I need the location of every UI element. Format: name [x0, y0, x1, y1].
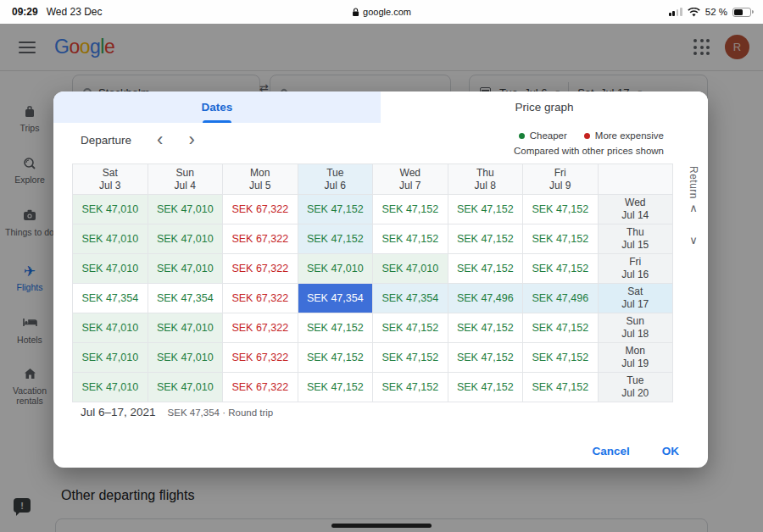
dialog-tabs: Dates Price graph [53, 91, 708, 123]
price-cell[interactable]: SEK 47,152 [298, 373, 374, 402]
column-header-thu: ThuJul 8 [448, 164, 524, 195]
status-date: Wed 23 Dec [47, 6, 103, 18]
price-cell[interactable]: SEK 47,152 [448, 254, 524, 284]
departure-prev-icon[interactable]: ‹ [153, 132, 166, 147]
price-cell[interactable]: SEK 47,496 [448, 284, 524, 313]
cheaper-dot-icon [519, 133, 525, 139]
cellular-icon [669, 8, 682, 16]
price-cell[interactable]: SEK 47,152 [448, 343, 524, 373]
price-cell[interactable]: SEK 47,152 [373, 313, 448, 343]
price-cell[interactable]: SEK 47,354 [373, 284, 448, 313]
price-cell[interactable]: SEK 67,322 [223, 373, 298, 402]
expensive-dot-icon [584, 133, 590, 139]
price-cell[interactable]: SEK 47,010 [73, 254, 148, 284]
price-cell[interactable]: SEK 47,152 [523, 343, 599, 373]
url-text: google.com [363, 7, 411, 17]
price-cell[interactable]: SEK 47,010 [73, 224, 148, 254]
price-cell[interactable]: SEK 47,010 [298, 254, 374, 284]
price-cell[interactable]: SEK 47,010 [73, 313, 148, 343]
price-cell[interactable]: SEK 47,496 [523, 284, 599, 313]
departure-next-icon[interactable]: › [185, 132, 198, 147]
price-cell[interactable]: SEK 67,322 [223, 224, 298, 254]
price-cell[interactable]: SEK 47,010 [373, 254, 448, 284]
price-cell[interactable]: SEK 47,152 [373, 195, 448, 224]
url-bar[interactable]: google.com [352, 7, 411, 17]
price-cell[interactable]: SEK 47,152 [298, 224, 374, 254]
price-cell[interactable]: SEK 47,010 [73, 373, 148, 402]
row-header-wed: WedJul 14 [599, 195, 674, 224]
price-cell[interactable]: SEK 47,152 [448, 313, 524, 343]
price-cell[interactable]: SEK 47,152 [448, 224, 524, 254]
price-cell[interactable]: SEK 47,010 [73, 195, 148, 224]
price-cell[interactable]: SEK 67,322 [223, 343, 298, 373]
cheaper-label: Cheaper [530, 130, 567, 141]
price-cell[interactable]: SEK 47,152 [448, 195, 524, 224]
price-cell[interactable]: SEK 47,152 [373, 224, 448, 254]
column-header-mon: MonJul 5 [223, 164, 298, 195]
price-cell[interactable]: SEK 47,152 [298, 313, 374, 343]
selected-dates: Jul 6–17, 2021 [81, 406, 156, 418]
legend-note: Compared with other prices shown [514, 146, 664, 156]
cancel-button[interactable]: Cancel [580, 437, 641, 465]
lock-icon [352, 8, 359, 17]
battery-percent: 52 % [705, 7, 727, 17]
price-cell[interactable]: SEK 47,010 [148, 313, 224, 343]
price-cell[interactable]: SEK 47,152 [373, 343, 448, 373]
price-cell[interactable]: SEK 47,152 [523, 373, 599, 402]
more-expensive-label: More expensive [595, 130, 664, 141]
status-bar: 09:29 Wed 23 Dec google.com 52 % [0, 0, 763, 24]
price-cell[interactable]: SEK 47,010 [148, 343, 224, 373]
price-grid: SatJul 3SunJul 4MonJul 5TueJul 6WedJul 7… [72, 163, 673, 402]
price-cell[interactable]: SEK 67,322 [223, 195, 298, 224]
departure-label: Departure [81, 134, 131, 147]
tab-price-graph[interactable]: Price graph [381, 91, 708, 123]
column-header-sat: SatJul 3 [73, 164, 148, 195]
column-header-fri: FriJul 9 [523, 164, 599, 195]
column-header-tue: TueJul 6 [298, 164, 374, 195]
row-header-sat: SatJul 17 [599, 284, 674, 313]
price-cell[interactable]: SEK 47,152 [523, 313, 599, 343]
price-cell[interactable]: SEK 47,152 [523, 254, 599, 284]
price-cell[interactable]: SEK 67,322 [223, 313, 298, 343]
column-header-wed: WedJul 7 [373, 164, 448, 195]
selected-price: SEK 47,354 · Round trip [168, 407, 274, 418]
row-header-thu: ThuJul 15 [599, 224, 674, 254]
return-down-icon[interactable]: ∨ [689, 234, 698, 247]
price-cell[interactable]: SEK 47,010 [148, 254, 224, 284]
price-cell[interactable]: SEK 67,322 [223, 254, 298, 284]
price-cell[interactable]: SEK 47,152 [448, 373, 524, 402]
tab-dates[interactable]: Dates [53, 91, 381, 123]
price-cell[interactable]: SEK 47,354 [298, 284, 374, 313]
date-picker-dialog: Dates Price graph Departure ‹ › Cheaper … [53, 91, 708, 468]
price-cell[interactable]: SEK 47,152 [373, 373, 448, 402]
price-cell[interactable]: SEK 47,010 [73, 343, 148, 373]
price-cell[interactable]: SEK 47,010 [148, 224, 224, 254]
row-header-mon: MonJul 19 [599, 343, 674, 373]
row-header-fri: FriJul 16 [599, 254, 674, 284]
row-header-tue: TueJul 20 [599, 373, 674, 402]
column-header-empty [599, 164, 674, 195]
column-header-sun: SunJul 4 [148, 164, 224, 195]
return-up-icon[interactable]: ∧ [689, 202, 698, 214]
return-label: Return [688, 166, 699, 199]
price-cell[interactable]: SEK 47,152 [523, 195, 599, 224]
price-cell[interactable]: SEK 47,152 [298, 343, 374, 373]
price-cell[interactable]: SEK 47,010 [148, 195, 224, 224]
home-indicator[interactable] [331, 524, 432, 528]
ok-button[interactable]: OK [650, 437, 691, 465]
price-cell[interactable]: SEK 47,354 [148, 284, 224, 313]
row-header-sun: SunJul 18 [599, 313, 674, 343]
price-cell[interactable]: SEK 47,010 [148, 373, 224, 402]
price-cell[interactable]: SEK 47,354 [73, 284, 148, 313]
battery-icon [732, 8, 751, 17]
price-cell[interactable]: SEK 47,152 [298, 195, 374, 224]
price-cell[interactable]: SEK 47,152 [523, 224, 599, 254]
wifi-icon [688, 8, 700, 17]
price-cell[interactable]: SEK 67,322 [223, 284, 298, 313]
price-legend: Cheaper More expensive Compared with oth… [514, 130, 664, 156]
status-time: 09:29 [12, 6, 38, 18]
